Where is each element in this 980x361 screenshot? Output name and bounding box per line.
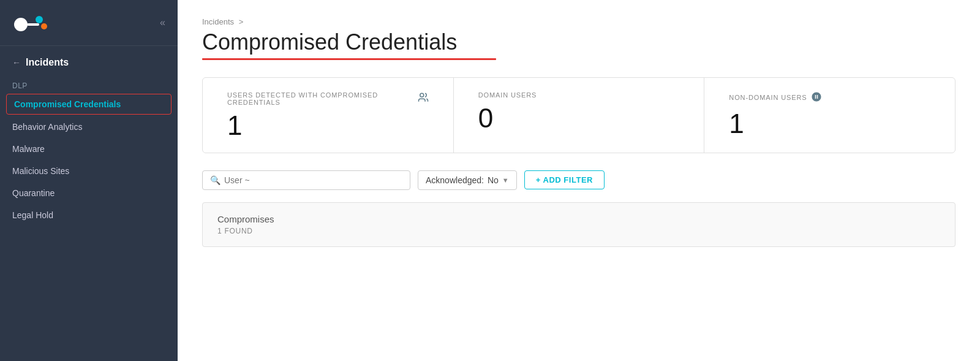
main-content: Incidents > Compromised Credentials USER… [178,0,980,361]
stat-block-non-domain-users: NON-DOMAIN USERS 1 [704,78,955,153]
stat-block-users-detected: USERS DETECTED WITH COMPROMISED CREDENTI… [203,78,454,153]
sidebar-item-behavior-analytics[interactable]: Behavior Analytics [0,116,178,138]
svg-point-0 [14,18,28,31]
acknowledged-dropdown-icon[interactable]: ▼ [502,177,509,184]
non-domain-users-icon [811,91,822,104]
logo [12,11,49,34]
sidebar-group-label: DLP [0,75,178,93]
stats-card: USERS DETECTED WITH COMPROMISED CREDENTI… [202,77,956,153]
sidebar-item-compromised-credentials[interactable]: Compromised Credentials [6,94,172,115]
sidebar-item-malware[interactable]: Malware [0,138,178,160]
stat-label-non-domain-users: NON-DOMAIN USERS [729,91,930,104]
sidebar-item-malicious-sites[interactable]: Malicious Sites [0,160,178,182]
filters-row: 🔍 Acknowledged: No ▼ + ADD FILTER [202,170,956,190]
sidebar: « ← Incidents DLP Compromised Credential… [0,0,178,361]
acknowledged-value: No [488,175,499,185]
sidebar-section: ← Incidents [0,46,178,75]
page-title-underline [202,58,496,60]
sidebar-item-quarantine[interactable]: Quarantine [0,182,178,204]
acknowledged-filter[interactable]: Acknowledged: No ▼ [418,170,517,190]
search-input-wrapper[interactable]: 🔍 [202,170,410,190]
back-arrow-icon[interactable]: ← [12,58,21,67]
svg-point-4 [420,93,423,97]
results-count: 1 FOUND [217,227,940,235]
svg-point-2 [36,16,43,23]
search-input[interactable] [224,175,402,185]
stat-label-users-detected: USERS DETECTED WITH COMPROMISED CREDENTI… [227,91,429,106]
breadcrumb: Incidents > [202,17,956,26]
stat-value-non-domain-users: 1 [729,110,930,137]
page-title: Compromised Credentials [202,30,956,55]
stat-block-domain-users: DOMAIN USERS 0 [454,78,705,153]
results-section: Compromises 1 FOUND [202,202,956,247]
svg-point-3 [41,23,47,29]
results-title: Compromises [217,214,940,224]
stat-value-users-detected: 1 [227,112,429,139]
sidebar-header: « [0,0,178,46]
stat-value-domain-users: 0 [478,105,680,132]
sidebar-item-legal-hold[interactable]: Legal Hold [0,204,178,226]
add-filter-button[interactable]: + ADD FILTER [524,170,605,189]
breadcrumb-parent[interactable]: Incidents [202,17,234,26]
svg-rect-1 [27,23,39,26]
acknowledged-label: Acknowledged: [426,175,484,185]
stat-label-domain-users: DOMAIN USERS [478,91,680,99]
sidebar-section-label: Incidents [26,57,69,68]
collapse-button[interactable]: « [160,17,165,28]
breadcrumb-separator: > [239,17,244,26]
users-detected-icon [418,92,429,105]
search-icon: 🔍 [210,175,221,185]
